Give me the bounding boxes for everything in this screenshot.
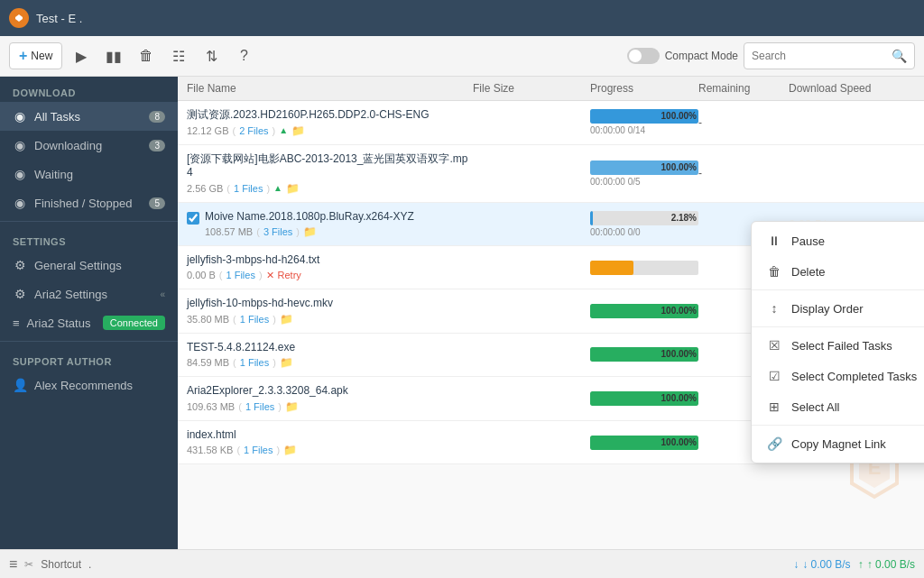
aria2-status-icon: ≡ — [13, 317, 20, 330]
progress-bar-wrap: 100.00% — [590, 391, 698, 406]
sidebar-item-finished[interactable]: ◉ Finished / Stopped 5 — [0, 188, 178, 217]
aria2-settings-icon: ⚙ — [13, 287, 27, 301]
sidebar-item-alex[interactable]: 👤 Alex Recommends — [0, 371, 178, 399]
progress-cell: 100.00% — [590, 304, 698, 318]
progress-bar-wrap: 100.00% — [590, 109, 698, 124]
title-bar: Test - E . — [0, 0, 924, 36]
general-settings-label: General Settings — [34, 259, 122, 272]
finished-badge: 5 — [149, 197, 165, 209]
delete-cm-label: Delete — [791, 265, 826, 279]
bottom-bar: ≡ ✂ Shortcut . ↓ ↓ 0.00 B/s ↑ ↑ 0.00 B/s — [0, 549, 924, 578]
task-name: Aria2Explorer_2.3.3.3208_64.apk — [187, 384, 473, 399]
search-box[interactable]: 🔍 — [744, 42, 915, 69]
folder-icon: 📁 — [291, 124, 305, 137]
progress-cell: 100.00% — [590, 436, 698, 450]
sidebar-item-downloading[interactable]: ◉ Downloading 3 — [0, 131, 178, 160]
cm-divider1 — [752, 289, 924, 290]
content-area: File Name File Size Progress Remaining D… — [178, 77, 924, 549]
progress-bar-wrap: 100.00% — [590, 347, 698, 362]
select-completed-label: Select Completed Tasks — [791, 370, 917, 383]
task-meta: 108.57 MB (3 Files) 📁 — [205, 225, 414, 238]
divider1 — [0, 221, 178, 222]
aria2-status-label: Aria2 Status — [27, 317, 91, 330]
select-completed-icon: ☑ — [766, 369, 782, 383]
progress-label: 100.00% — [661, 391, 697, 406]
task-name-cell: jellyfish-3-mbps-hd-h264.txt 0.00 B (1 F… — [187, 253, 473, 281]
alex-icon: 👤 — [13, 378, 27, 392]
sort-button[interactable]: ⇅ — [198, 42, 225, 69]
col-speed: Download Speed — [789, 82, 915, 95]
waiting-icon: ◉ — [13, 167, 27, 181]
retry-link[interactable]: Retry — [278, 270, 301, 280]
grid-button[interactable]: ☷ — [165, 42, 192, 69]
task-name-cell: Aria2Explorer_2.3.3.3208_64.apk 109.63 M… — [187, 384, 473, 413]
shortcut-label: Shortcut — [41, 558, 81, 571]
select-failed-label: Select Failed Tasks — [791, 339, 892, 353]
progress-cell: 2.18% 00:00:00 0/0 — [590, 211, 698, 237]
all-tasks-icon: ◉ — [13, 109, 27, 124]
menu-icon[interactable]: ≡ — [9, 556, 17, 573]
time-info: 00:00:00 0/5 — [590, 177, 698, 187]
remaining-cell: - — [698, 116, 789, 129]
task-checkbox[interactable] — [187, 212, 199, 225]
progress-cell: 100.00% 00:00:00 0/14 — [590, 109, 698, 135]
progress-bar — [590, 211, 593, 225]
aria2-settings-label: Aria2 Settings — [34, 288, 107, 301]
select-all-icon: ⊞ — [766, 399, 782, 414]
display-order-icon: ↕ — [766, 301, 782, 316]
cm-divider3 — [752, 425, 924, 426]
context-menu-display-order[interactable]: ↕ Display Order › — [752, 293, 924, 324]
new-button[interactable]: + New — [9, 42, 62, 69]
downloading-icon: ◉ — [13, 138, 27, 152]
all-tasks-label: All Tasks — [34, 110, 80, 124]
context-menu-delete[interactable]: 🗑 Delete — [752, 256, 924, 287]
progress-bar-wrap: 100.00% — [590, 161, 698, 175]
sidebar-item-aria2-settings[interactable]: ⚙ Aria2 Settings « — [0, 280, 178, 308]
play-button[interactable]: ▶ — [68, 42, 95, 69]
main-layout: Download ◉ All Tasks 8 ◉ Downloading 3 ◉… — [0, 77, 924, 549]
col-filesize: File Size — [473, 82, 590, 95]
pause-cm-icon: ⏸ — [766, 234, 782, 248]
context-menu: ⏸ Pause 🗑 Delete ↕ Display Order › ☒ Sel… — [751, 221, 924, 463]
download-section-label: Download — [0, 77, 178, 102]
context-menu-pause[interactable]: ⏸ Pause — [752, 225, 924, 256]
sidebar-item-general-settings[interactable]: ⚙ General Settings — [0, 251, 178, 280]
context-menu-select-all[interactable]: ⊞ Select All — [752, 391, 924, 422]
task-name-cell: jellyfish-10-mbps-hd-hevc.mkv 35.80 MB (… — [187, 297, 473, 326]
folder-icon: 📁 — [280, 313, 293, 326]
task-meta: 0.00 B (1 Files) ✕ Retry — [187, 270, 473, 281]
folder-icon: 📁 — [283, 444, 297, 456]
time-info: 00:00:00 0/14 — [590, 125, 698, 135]
pause-button[interactable]: ▮▮ — [100, 42, 127, 69]
progress-label: 100.00% — [661, 304, 697, 318]
table-row[interactable]: 测试资源.2023.HD2160P.H265.DDP2.0-CHS-ENG 12… — [178, 101, 924, 145]
task-meta: 2.56 GB (1 Files) ▲ 📁 — [187, 182, 473, 195]
search-input[interactable] — [752, 50, 892, 62]
sidebar-item-all-tasks[interactable]: ◉ All Tasks 8 — [0, 102, 178, 131]
task-meta: 109.63 MB (1 Files) 📁 — [187, 400, 473, 413]
context-menu-copy-magnet[interactable]: 🔗 Copy Magnet Link — [752, 428, 924, 459]
help-button[interactable]: ? — [230, 42, 257, 69]
table-row[interactable]: [资源下载网站]电影ABC-2013-2013_蓝光国英双语双字.mp4 2.5… — [178, 145, 924, 203]
compact-mode-toggle[interactable]: Compact Mode — [627, 48, 738, 64]
delete-button[interactable]: 🗑 — [133, 42, 160, 69]
task-name: jellyfish-3-mbps-hd-h264.txt — [187, 253, 473, 268]
toggle-switch[interactable] — [627, 48, 660, 64]
display-order-label: Display Order — [791, 302, 863, 316]
expand-icon: « — [160, 289, 165, 299]
progress-cell: 100.00% — [590, 347, 698, 362]
search-icon: 🔍 — [892, 49, 907, 63]
folder-icon: 📁 — [280, 356, 293, 369]
progress-label: 100.00% — [661, 436, 697, 450]
copy-magnet-icon: 🔗 — [766, 436, 782, 451]
cm-divider2 — [752, 326, 924, 327]
sidebar-item-waiting[interactable]: ◉ Waiting — [0, 160, 178, 188]
upload-speed-value: ↑ 0.00 B/s — [867, 558, 915, 571]
context-menu-select-failed[interactable]: ☒ Select Failed Tasks — [752, 330, 924, 361]
table-header: File Name File Size Progress Remaining D… — [178, 77, 924, 101]
context-menu-select-completed[interactable]: ☑ Select Completed Tasks — [752, 361, 924, 391]
task-name-cell: TEST-5.4.8.21124.exe 84.59 MB (1 Files) … — [187, 341, 473, 370]
task-name: [资源下载网站]电影ABC-2013-2013_蓝光国英双语双字.mp4 — [187, 152, 473, 180]
toolbar: + New ▶ ▮▮ 🗑 ☷ ⇅ ? Compact Mode 🔍 — [0, 36, 924, 77]
download-speed-value: ↓ 0.00 B/s — [802, 558, 850, 571]
